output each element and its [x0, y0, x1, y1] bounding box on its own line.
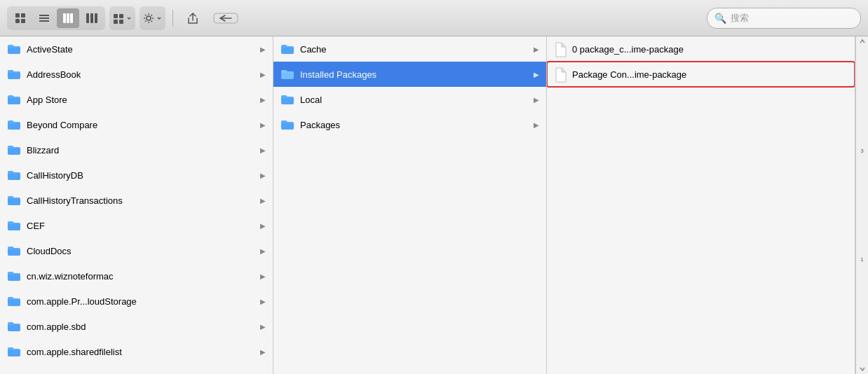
svg-rect-9 — [70, 13, 73, 23]
file-item-name: Blizzard — [27, 145, 255, 155]
svg-rect-7 — [63, 13, 66, 23]
list-item[interactable]: Packages ▶ — [273, 112, 546, 137]
chevron-right-icon: ▶ — [260, 348, 266, 356]
list-item[interactable]: Package Con...ime-package — [547, 62, 855, 87]
folder-icon — [7, 245, 21, 256]
svg-rect-3 — [21, 19, 25, 23]
scroll-up-icon[interactable] — [859, 38, 866, 45]
view-grid-btn[interactable] — [9, 8, 32, 28]
file-icon — [554, 42, 567, 56]
folder-icon — [7, 195, 21, 206]
chevron-right-icon: ▶ — [260, 46, 266, 53]
list-item[interactable]: CallHistoryTransactions ▶ — [0, 188, 273, 213]
scroll-number-2: 1 — [860, 256, 863, 263]
toolbar: 🔍 搜索 — [0, 0, 868, 36]
list-item[interactable]: CEF ▶ — [0, 213, 273, 238]
scroll-down-icon[interactable] — [859, 366, 866, 373]
svg-rect-14 — [119, 14, 123, 18]
scrollbar[interactable]: 3 1 — [855, 36, 868, 374]
chevron-right-icon: ▶ — [260, 222, 266, 230]
list-item[interactable]: cn.wiz.wiznoteformac ▶ — [0, 263, 273, 289]
list-item[interactable]: Cache ▶ — [273, 36, 546, 62]
chevron-right-icon: ▶ — [260, 146, 266, 154]
list-item[interactable]: CloudDocs ▶ — [0, 238, 273, 263]
folder-icon — [7, 119, 21, 130]
chevron-right-icon: ▶ — [260, 71, 266, 78]
svg-rect-13 — [114, 14, 118, 18]
list-item[interactable]: AddressBook ▶ — [0, 62, 273, 87]
file-item-name: 0 package_c...ime-package — [572, 44, 848, 55]
column-1: ActiveState ▶ AddressBook ▶ App Store ▶ … — [0, 36, 273, 374]
column-3: 0 package_c...ime-package Package Con...… — [547, 36, 855, 374]
svg-rect-2 — [15, 19, 20, 23]
file-item-name: App Store — [27, 95, 255, 105]
folder-icon — [280, 119, 294, 130]
file-item-name: Local — [300, 95, 528, 105]
svg-rect-5 — [39, 18, 49, 19]
chevron-right-icon: ▶ — [260, 121, 266, 129]
toolbar-separator-1 — [172, 10, 173, 27]
svg-rect-4 — [39, 15, 49, 16]
svg-rect-16 — [119, 20, 123, 24]
folder-icon — [7, 346, 21, 357]
list-item[interactable]: 0 package_c...ime-package — [547, 36, 855, 62]
settings-btn[interactable] — [140, 6, 165, 30]
arrange-btn[interactable] — [109, 6, 135, 30]
folder-icon — [7, 321, 21, 332]
list-item[interactable]: com.apple.sbd ▶ — [0, 314, 273, 339]
file-item-name: CallHistoryDB — [27, 170, 255, 181]
file-item-name: CloudDocs — [27, 246, 255, 256]
chevron-right-icon: ▶ — [534, 46, 539, 53]
list-item[interactable]: ActiveState ▶ — [0, 36, 273, 62]
file-item-name: Package Con...ime-package — [572, 69, 848, 80]
file-item-name: AddressBook — [27, 69, 255, 80]
list-item[interactable]: Blizzard ▶ — [0, 137, 273, 162]
list-item[interactable]: com.apple.sharedfilelist ▶ — [0, 339, 273, 364]
folder-icon — [280, 94, 294, 105]
search-placeholder: 搜索 — [731, 12, 749, 25]
file-item-name: Packages — [300, 120, 528, 130]
file-item-name: Beyond Compare — [27, 120, 255, 130]
list-item[interactable]: com.apple.Pr...loudStorage ▶ — [0, 289, 273, 314]
chevron-right-icon: ▶ — [260, 247, 266, 255]
file-browser: ActiveState ▶ AddressBook ▶ App Store ▶ … — [0, 36, 868, 374]
svg-rect-12 — [95, 13, 97, 23]
folder-icon — [280, 69, 294, 80]
list-item[interactable]: Installed Packages ▶ — [273, 62, 546, 87]
share-btn[interactable] — [180, 8, 205, 28]
back-btn[interactable] — [210, 8, 242, 28]
svg-rect-1 — [21, 13, 25, 18]
view-column-btn[interactable] — [57, 8, 79, 28]
chevron-right-icon: ▶ — [534, 96, 539, 104]
file-item-name: ActiveState — [27, 44, 255, 55]
file-item-name: CallHistoryTransactions — [27, 195, 255, 206]
view-cover-btn[interactable] — [81, 8, 103, 28]
folder-icon — [7, 220, 21, 231]
folder-icon — [7, 270, 21, 282]
chevron-right-icon: ▶ — [260, 272, 266, 280]
svg-rect-11 — [90, 13, 93, 23]
folder-icon — [7, 43, 21, 55]
list-item[interactable]: Beyond Compare ▶ — [0, 112, 273, 137]
svg-point-17 — [147, 16, 151, 20]
file-item-name: cn.wiz.wiznoteformac — [27, 271, 255, 282]
file-item-name: com.apple.sbd — [27, 321, 255, 332]
file-item-name: Installed Packages — [300, 69, 528, 80]
chevron-right-icon: ▶ — [260, 197, 266, 205]
view-list-btn[interactable] — [33, 8, 55, 28]
search-bar[interactable]: 🔍 搜索 — [707, 8, 861, 29]
chevron-right-icon: ▶ — [534, 121, 539, 129]
file-item-name: com.apple.Pr...loudStorage — [27, 296, 255, 307]
file-icon — [554, 67, 567, 81]
chevron-right-icon: ▶ — [260, 96, 266, 104]
list-item[interactable]: CallHistoryDB ▶ — [0, 162, 273, 188]
svg-rect-0 — [15, 13, 20, 18]
list-item[interactable]: App Store ▶ — [0, 87, 273, 112]
chevron-right-icon: ▶ — [260, 323, 266, 331]
list-item[interactable]: Local ▶ — [273, 87, 546, 112]
svg-rect-15 — [114, 20, 118, 24]
svg-rect-6 — [39, 20, 49, 22]
chevron-right-icon: ▶ — [260, 172, 266, 179]
folder-icon — [280, 43, 294, 55]
file-item-name: Cache — [300, 44, 528, 55]
